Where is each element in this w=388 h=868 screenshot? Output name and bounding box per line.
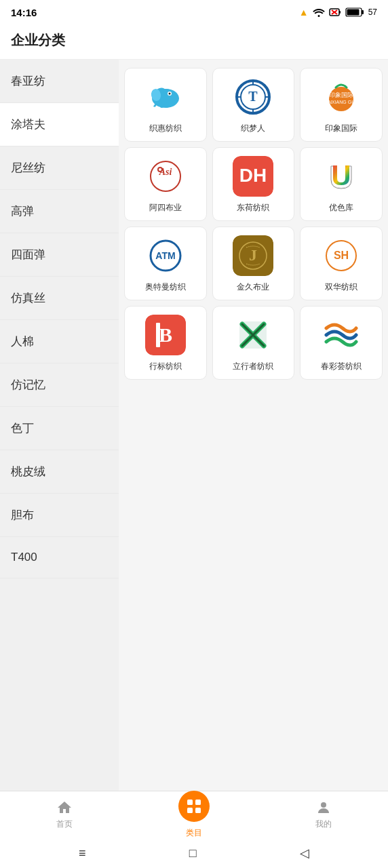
nav-label-profile: 我的 [315, 818, 332, 830]
svg-rect-54 [187, 808, 193, 813]
svg-text:DH: DH [239, 165, 267, 186]
grid-icon [187, 799, 201, 814]
list-item[interactable]: 春彩荟纺织 [300, 306, 383, 380]
company-grid: 织惠纺织 T 织梦人 [124, 68, 383, 380]
svg-rect-53 [195, 800, 201, 805]
svg-text:ATM: ATM [155, 250, 175, 261]
company-logo-zhihui [145, 77, 186, 117]
company-name: 织惠纺织 [149, 123, 182, 134]
list-item[interactable]: ATM 奥特曼纺织 [124, 226, 207, 300]
list-item[interactable]: DH 东荷纺织 [212, 147, 295, 221]
status-bar: 14:16 ▲ 57 [0, 0, 388, 24]
company-logo-jinju: J [233, 235, 273, 276]
company-name: 阿四布业 [149, 202, 182, 214]
company-logo-hangbiao: B [145, 315, 186, 355]
battery-blocked-icon [329, 7, 341, 17]
svg-rect-5 [362, 10, 364, 14]
svg-point-13 [168, 93, 170, 95]
sidebar-item-danbu[interactable]: 胆布 [0, 494, 119, 537]
page-title: 企业分类 [11, 33, 65, 47]
svg-rect-15 [160, 102, 163, 108]
svg-rect-55 [195, 808, 201, 813]
system-nav: ≡ □ ◁ [0, 838, 388, 868]
sidebar-item-seding[interactable]: 色丁 [0, 407, 119, 450]
sidebar: 春亚纺 涂塔夫 尼丝纺 高弹 四面弹 仿真丝 人棉 仿记忆 色丁 桃皮绒 胆布 … [0, 60, 119, 791]
wifi-icon [313, 7, 325, 17]
company-logo-asi: Asi [145, 156, 186, 197]
nav-item-profile[interactable]: 我的 [258, 800, 388, 830]
company-logo-shuanghua: SH [321, 235, 362, 276]
company-name: 金久布业 [237, 281, 269, 293]
svg-rect-52 [187, 800, 193, 805]
company-name: 行标纺织 [149, 361, 182, 372]
svg-text:SH: SH [334, 250, 349, 261]
list-item[interactable]: B 行标纺织 [124, 306, 207, 380]
sidebar-item-t400[interactable]: T400 [0, 537, 119, 578]
svg-rect-6 [347, 9, 359, 16]
company-logo-zhimeng: T [233, 77, 273, 117]
list-item[interactable]: 立行者纺织 [212, 306, 295, 380]
company-logo-donghe: DH [233, 156, 273, 197]
grid-area: 织惠纺织 T 织梦人 [119, 60, 388, 791]
svg-rect-16 [165, 102, 168, 108]
company-logo-chunruancai [321, 315, 362, 355]
home-icon [56, 800, 73, 816]
sidebar-item-fanzhensi[interactable]: 仿真丝 [0, 277, 119, 320]
svg-text:B: B [159, 323, 172, 346]
person-icon [315, 800, 332, 816]
category-center-button[interactable] [178, 791, 210, 822]
company-logo-lihangzhe [233, 315, 273, 355]
list-item[interactable]: J 金久布业 [212, 226, 295, 300]
sidebar-item-renmian[interactable]: 人棉 [0, 320, 119, 363]
nav-label-category: 类目 [186, 827, 202, 839]
list-item[interactable]: 织惠纺织 [124, 68, 207, 142]
company-name: 奥特曼纺织 [145, 281, 186, 293]
nav-back-icon[interactable]: ◁ [300, 846, 309, 861]
bottom-nav: 首页 类目 我的 [0, 791, 388, 838]
svg-point-26 [329, 87, 353, 111]
svg-text:印象国际: 印象国际 [329, 92, 353, 98]
sidebar-item-nisifen[interactable]: 尼丝纺 [0, 146, 119, 190]
battery-level [345, 7, 364, 17]
list-item[interactable]: Asi 阿四布业 [124, 147, 207, 221]
sidebar-item-simiantan[interactable]: 四面弹 [0, 233, 119, 277]
nav-item-category[interactable]: 类目 [130, 791, 259, 839]
list-item[interactable]: 印象国际 YINXIANG GUO 印象国际 [300, 68, 383, 142]
main-content: 春亚纺 涂塔夫 尼丝纺 高弹 四面弹 仿真丝 人棉 仿记忆 色丁 桃皮绒 胆布 … [0, 60, 388, 791]
company-logo-yousefu [321, 156, 362, 197]
svg-text:T: T [249, 89, 258, 104]
nav-item-home[interactable]: 首页 [0, 800, 130, 830]
svg-text:J: J [249, 246, 257, 264]
list-item[interactable]: SH 双华纺织 [300, 226, 383, 300]
battery-text: 57 [368, 7, 377, 17]
list-item[interactable]: 优色库 [300, 147, 383, 221]
nav-label-home: 首页 [56, 818, 73, 830]
sidebar-item-taopirong[interactable]: 桃皮绒 [0, 450, 119, 494]
company-name: 春彩荟纺织 [321, 361, 362, 372]
status-time: 14:16 [11, 7, 37, 18]
svg-rect-1 [339, 11, 341, 14]
company-name: 双华纺织 [325, 281, 357, 293]
nav-home-square-icon[interactable]: □ [189, 846, 197, 861]
company-logo-atm: ATM [145, 235, 186, 276]
company-name: 优色库 [329, 202, 353, 214]
company-name: 织梦人 [241, 123, 265, 134]
svg-point-33 [159, 168, 161, 171]
svg-rect-36 [321, 156, 362, 197]
sidebar-item-gaotan[interactable]: 高弹 [0, 190, 119, 233]
page-header: 企业分类 [0, 24, 388, 60]
warning-icon: ▲ [299, 7, 309, 18]
company-name: 印象国际 [325, 123, 357, 134]
company-name: 立行者纺织 [233, 361, 273, 372]
svg-rect-48 [156, 323, 160, 347]
sidebar-item-tutafu[interactable]: 涂塔夫 [0, 103, 119, 146]
list-item[interactable]: T 织梦人 [212, 68, 295, 142]
svg-text:YINXIANG GUO: YINXIANG GUO [324, 100, 359, 104]
sidebar-item-fanjiyi[interactable]: 仿记忆 [0, 363, 119, 407]
nav-menu-icon[interactable]: ≡ [79, 846, 86, 861]
company-logo-yinxiang: 印象国际 YINXIANG GUO [321, 77, 362, 117]
status-icons: ▲ 57 [299, 7, 377, 18]
svg-point-56 [321, 802, 326, 808]
company-name: 东荷纺织 [237, 202, 269, 214]
sidebar-item-chunyafang[interactable]: 春亚纺 [0, 60, 119, 103]
